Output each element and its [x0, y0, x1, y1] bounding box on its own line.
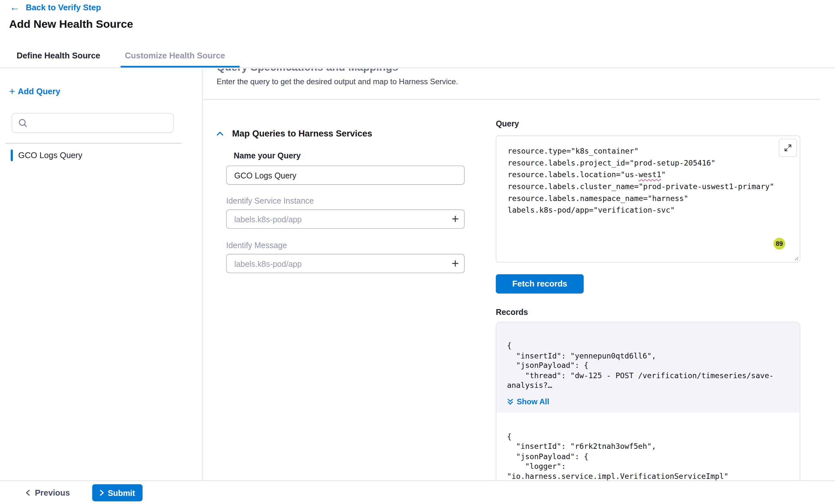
query-name-field	[226, 166, 465, 185]
wizard-footer: Previous Submit	[0, 480, 835, 504]
submit-button[interactable]: Submit	[93, 484, 143, 501]
service-instance-field: +	[226, 209, 465, 229]
query-list-item[interactable]: GCO Logs Query	[11, 148, 82, 163]
submit-label: Submit	[108, 488, 135, 497]
message-input[interactable]	[226, 254, 465, 273]
identify-message-label: Identify Message	[226, 240, 287, 249]
page-title: Add New Health Source	[9, 18, 133, 30]
record-item: { "insertId": "yennepun0qtd6ll6", "jsonP…	[496, 322, 800, 412]
plus-icon: +	[9, 86, 15, 97]
section-subtitle: Enter the query to get the desired outpu…	[217, 77, 458, 86]
selected-indicator	[11, 149, 13, 161]
content-area: + Add Query GCO Logs Query Query Specifi…	[0, 68, 835, 480]
add-service-instance-button[interactable]: +	[452, 213, 459, 225]
tab-define-health-source[interactable]: Define Health Source	[17, 43, 100, 68]
search-input[interactable]	[12, 113, 174, 133]
chevron-up-icon[interactable]	[217, 131, 224, 136]
map-queries-heading: Map Queries to Harness Services	[232, 128, 372, 139]
record-item: { "insertId": "r6rk2tnah3owf5eh", "jsonP…	[496, 412, 800, 480]
spellcheck-flagged-text: west1	[639, 170, 661, 179]
map-queries-section-header: Map Queries to Harness Services	[217, 128, 372, 139]
identify-service-instance-label: Identify Service Instance	[226, 196, 314, 205]
previous-button[interactable]: Previous	[26, 481, 70, 504]
query-label: Query	[496, 119, 519, 128]
back-link-label: Back to Verify Step	[26, 2, 101, 12]
record-json: { "insertId": "r6rk2tnah3owf5eh", "jsonP…	[507, 432, 789, 480]
tab-customize-health-source[interactable]: Customize Health Source	[125, 43, 225, 68]
add-health-source-page: ← Back to Verify Step Add New Health Sou…	[0, 0, 835, 504]
query-mappings-panel: Query Specifications and Mappings Enter …	[203, 68, 835, 480]
message-field: +	[226, 254, 465, 273]
char-count-badge: 89	[773, 238, 785, 250]
records-panel: { "insertId": "yennepun0qtd6ll6", "jsonP…	[496, 322, 800, 480]
section-title: Query Specifications and Mappings	[217, 68, 399, 73]
section-divider	[203, 99, 820, 100]
query-item-label: GCO Logs Query	[18, 150, 82, 160]
service-instance-input[interactable]	[226, 209, 465, 229]
fullscreen-icon	[784, 144, 792, 152]
query-search	[12, 113, 174, 133]
fetch-records-button[interactable]: Fetch records	[496, 274, 584, 294]
tab-bar: Define Health Source Customize Health So…	[0, 43, 835, 68]
back-link[interactable]: ← Back to Verify Step	[10, 2, 101, 13]
double-chevron-down-icon	[507, 398, 513, 405]
query-text: resource.type="k8s_container" resource.l…	[508, 145, 791, 216]
arrow-left-icon: ←	[10, 2, 20, 13]
active-tab-indicator	[121, 66, 240, 67]
query-sidebar: + Add Query GCO Logs Query	[0, 68, 202, 480]
sidebar-divider	[5, 143, 181, 144]
name-your-query-label: Name your Query	[234, 151, 301, 160]
add-message-button[interactable]: +	[452, 257, 459, 270]
query-name-input[interactable]	[226, 166, 465, 185]
add-query-button[interactable]: + Add Query	[9, 86, 60, 97]
records-label: Records	[496, 308, 528, 317]
page-header: ← Back to Verify Step Add New Health Sou…	[0, 0, 835, 43]
resize-handle[interactable]	[793, 255, 798, 261]
chevron-left-icon	[26, 489, 30, 496]
show-all-link[interactable]: Show All	[507, 397, 789, 406]
previous-label: Previous	[35, 488, 70, 498]
add-query-label: Add Query	[18, 86, 60, 96]
show-all-label: Show All	[517, 397, 549, 406]
chevron-right-icon	[100, 489, 104, 496]
record-json: { "insertId": "yennepun0qtd6ll6", "jsonP…	[507, 341, 789, 391]
query-editor[interactable]: resource.type="k8s_container" resource.l…	[496, 135, 800, 262]
expand-query-button[interactable]	[779, 139, 797, 157]
